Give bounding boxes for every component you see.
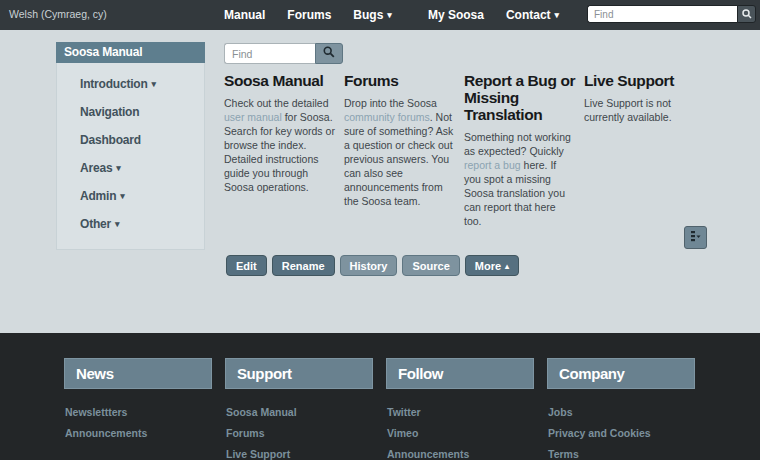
source-button[interactable]: Source [402,255,459,276]
footer-link-forums[interactable]: Forums [226,427,265,439]
footer-link-announcements[interactable]: Announcements [387,448,469,460]
sidebar-title: Soosa Manual [56,42,205,63]
column-soosa-manual: Soosa Manual Check out the detailed user… [224,72,336,228]
text-segment: Drop into the Soosa [344,97,437,109]
list-item: Privacy and Cookies [548,423,695,441]
content-search-input[interactable] [224,43,315,64]
list-item: Jobs [548,402,695,420]
list-item: Vimeo [387,423,534,441]
footer-section-company: Company Jobs Privacy and Cookies Terms [547,358,695,460]
footer-link-newsletters[interactable]: Newslettters [65,406,127,418]
footer-section-title: News [64,358,212,389]
topbar-search-button[interactable] [737,5,756,23]
sidebar-item-navigation[interactable]: Navigation [80,105,204,119]
page: Welsh (Cymraeg, cy) Manual Forums Bugs M… [0,0,760,460]
footer-link-vimeo[interactable]: Vimeo [387,427,418,439]
footer-link-terms[interactable]: Terms [548,448,579,460]
sidebar-item-areas[interactable]: Areas [80,161,204,175]
locale-selector[interactable]: Welsh (Cymraeg, cy) [9,8,107,20]
column-report-bug: Report a Bug or Missing Translation Some… [464,72,576,228]
topbar-search-input[interactable] [587,5,737,23]
column-text: Check out the detailed user manual for S… [224,96,336,194]
footer-link-privacy-and-cookies[interactable]: Privacy and Cookies [548,427,651,439]
sidebar-item-dashboard[interactable]: Dashboard [80,133,204,147]
footer-section-title: Support [225,358,373,389]
list-dropdown-icon [689,230,702,246]
report-a-bug-link[interactable]: report a bug [464,159,521,171]
footer-section-support: Support Soosa Manual Forums Live Support… [225,358,373,460]
sidebar-item-admin[interactable]: Admin [80,189,204,203]
top-bar: Welsh (Cymraeg, cy) Manual Forums Bugs M… [0,0,760,30]
text-segment: for Soosa. Search for key words or brows… [224,111,335,193]
list-item: Terms [548,444,695,460]
list-item: Twitter [387,402,534,420]
column-text: Drop into the Soosa community forums. No… [344,96,456,208]
community-forums-link[interactable]: community forums [344,111,430,123]
footer-section-title: Follow [386,358,534,389]
footer-link-announcements[interactable]: Announcements [65,427,147,439]
sidebar-item-introduction[interactable]: Introduction [80,77,204,91]
content-search [224,43,343,64]
column-title: Live Support [584,72,696,89]
column-text: Something not working as expected? Quick… [464,130,576,228]
column-title: Report a Bug or Missing Translation [464,72,576,123]
nav-forums[interactable]: Forums [287,8,331,22]
footer-link-twitter[interactable]: Twitter [387,406,421,418]
column-title: Forums [344,72,456,89]
footer-link-live-support[interactable]: Live Support [226,448,290,460]
list-item: Announcements [65,423,212,441]
rename-button[interactable]: Rename [272,255,335,276]
search-icon [742,7,752,22]
nav-my-soosa[interactable]: My Soosa [428,8,484,22]
search-icon [323,46,335,61]
column-text: Live Support is not currently available. [584,96,696,124]
footer-section-follow: Follow Twitter Vimeo Announcements [386,358,534,460]
nav-bugs-dropdown[interactable]: Bugs [353,8,392,22]
feature-columns: Soosa Manual Check out the detailed user… [224,72,704,228]
footer-link-soosa-manual[interactable]: Soosa Manual [226,406,297,418]
footer-columns: News Newslettters Announcements Support … [64,358,708,460]
footer: News Newslettters Announcements Support … [0,333,760,460]
content-search-button[interactable] [315,43,343,64]
text-segment: Live Support is not currently available. [584,97,672,123]
nav-contact-dropdown[interactable]: Contact [506,8,559,22]
top-navigation: Manual Forums Bugs My Soosa Contact [224,0,559,30]
list-item: Live Support [226,444,373,460]
footer-section-news: News Newslettters Announcements [64,358,212,460]
nav-manual[interactable]: Manual [224,8,265,22]
history-button[interactable]: History [340,255,398,276]
topbar-search [587,5,756,23]
sidebar: Soosa Manual Introduction Navigation Das… [56,42,205,250]
text-segment: . Not sure of something? Ask a question … [344,111,453,207]
text-segment: Something not working as expected? Quick… [464,131,571,157]
sidebar-menu: Introduction Navigation Dashboard Areas … [56,63,205,250]
edit-button[interactable]: Edit [226,255,267,276]
index-toggle-button[interactable] [684,226,707,249]
text-segment: Check out the detailed [224,97,329,109]
footer-section-title: Company [547,358,695,389]
list-item: Soosa Manual [226,402,373,420]
footer-link-jobs[interactable]: Jobs [548,406,573,418]
list-item: Announcements [387,444,534,460]
column-forums: Forums Drop into the Soosa community for… [344,72,456,228]
page-actions: Edit Rename History Source More [226,255,519,276]
sidebar-item-other[interactable]: Other [80,217,204,231]
user-manual-link[interactable]: user manual [224,111,282,123]
column-live-support: Live Support Live Support is not current… [584,72,696,228]
list-item: Newslettters [65,402,212,420]
more-button[interactable]: More [465,255,519,276]
list-item: Forums [226,423,373,441]
column-title: Soosa Manual [224,72,336,89]
